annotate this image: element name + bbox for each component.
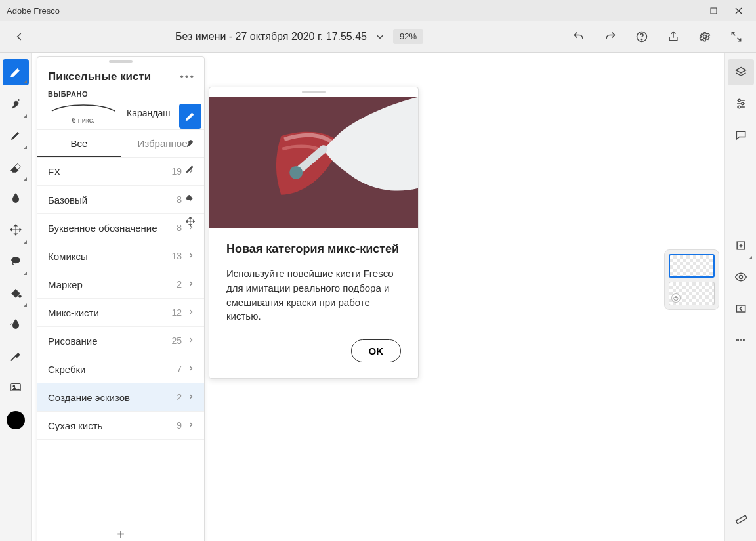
layer-thumb-2[interactable]: ◎ — [669, 282, 715, 305]
brush-category-name: Сухая кисть — [48, 420, 161, 431]
strip-eraser[interactable] — [179, 183, 201, 207]
brush-category-count: 12 — [166, 307, 182, 318]
svg-rect-26 — [736, 305, 745, 312]
brush-category-name: FX — [48, 166, 161, 177]
canvas-tool-strip — [177, 104, 203, 234]
comments-toggle[interactable] — [728, 119, 754, 151]
fullscreen-button[interactable] — [724, 25, 748, 49]
brush-category-row[interactable]: Комиксы13 — [37, 242, 204, 270]
brush-category-row[interactable]: Рисование25 — [37, 327, 204, 355]
chevron-right-icon — [187, 363, 195, 375]
add-layer-button[interactable] — [728, 230, 754, 261]
brush-category-row[interactable]: Маркер2 — [37, 270, 204, 299]
svg-point-6 — [704, 35, 707, 38]
brush-category-name: Буквенное обозначение — [48, 223, 161, 234]
app-title: Adobe Fresco — [5, 6, 60, 16]
dialog-body-text: Используйте новейшие кисти Fresco для им… — [226, 267, 401, 324]
svg-point-19 — [738, 99, 740, 101]
strip-move[interactable] — [179, 209, 201, 234]
svg-point-13 — [18, 295, 21, 298]
layer-mask-button[interactable] — [728, 293, 754, 324]
strip-pixel-brush[interactable] — [179, 104, 201, 129]
brush-panel-menu[interactable]: ••• — [180, 71, 195, 83]
svg-point-27 — [736, 339, 738, 341]
dialog-illustration — [209, 97, 418, 228]
chevron-right-icon — [187, 307, 195, 318]
brush-panel-title: Пиксельные кисти — [48, 70, 151, 83]
chevron-right-icon — [187, 278, 195, 290]
zoom-level[interactable]: 92% — [393, 29, 423, 44]
brush-category-count: 13 — [166, 251, 182, 261]
lasso-tool[interactable] — [3, 246, 29, 277]
shape-fill-tool[interactable] — [3, 309, 29, 340]
brush-category-row[interactable]: Микс-кисти12 — [37, 299, 204, 327]
fill-tool[interactable] — [3, 277, 29, 309]
window-minimize-button[interactable] — [676, 0, 701, 21]
brush-category-row[interactable]: Сухая кисть9 — [37, 412, 204, 440]
svg-point-20 — [741, 102, 743, 104]
brush-category-name: Маркер — [48, 279, 161, 290]
ruler-button[interactable] — [728, 502, 754, 533]
brush-category-count: 9 — [166, 420, 182, 431]
layers-floating-panel[interactable]: ◎ — [664, 249, 719, 310]
dialog-drag-handle[interactable] — [209, 87, 418, 97]
info-dialog: Новая категория микс-кистей Используйте … — [209, 87, 419, 379]
layer-thumb-1[interactable] — [669, 254, 715, 278]
redo-button[interactable] — [598, 25, 622, 49]
brush-category-row[interactable]: Создание эскизов2 — [37, 383, 204, 412]
eraser-tool[interactable] — [3, 151, 29, 183]
vector-brush-tool[interactable] — [3, 119, 29, 151]
color-swatch[interactable] — [3, 403, 29, 435]
help-button[interactable] — [630, 25, 654, 49]
window-close-button[interactable] — [726, 0, 751, 21]
svg-point-5 — [641, 39, 642, 39]
svg-rect-1 — [711, 8, 717, 14]
window-titlebar: Adobe Fresco — [0, 0, 756, 21]
undo-button[interactable] — [567, 25, 591, 49]
chevron-right-icon — [187, 335, 195, 347]
layer-visibility-button[interactable] — [728, 261, 754, 293]
more-options-button[interactable] — [728, 324, 754, 356]
svg-point-15 — [12, 385, 14, 387]
right-tool-rail — [724, 53, 756, 541]
image-tool[interactable] — [3, 372, 29, 403]
add-category-button[interactable]: + — [37, 521, 204, 541]
brush-category-count: 7 — [166, 364, 182, 374]
tab-all[interactable]: Все — [37, 130, 121, 157]
svg-point-9 — [18, 100, 19, 101]
move-tool[interactable] — [3, 214, 29, 246]
brush-category-count: 25 — [166, 335, 182, 346]
top-toolbar: Без имени - 27 октября 2020 г. 17.55.45 … — [0, 21, 756, 53]
svg-point-25 — [739, 276, 742, 279]
adjustments-toggle[interactable] — [728, 88, 754, 119]
brush-category-row[interactable]: Скребки7 — [37, 355, 204, 383]
selected-label: ВЫБРАНО — [48, 90, 194, 98]
layer-bg-badge-icon: ◎ — [671, 293, 681, 303]
layers-panel-toggle[interactable] — [728, 59, 754, 85]
share-button[interactable] — [662, 25, 685, 49]
brush-category-name: Базовый — [48, 194, 161, 206]
pixel-brush-tool[interactable] — [3, 59, 29, 85]
strip-live-brush[interactable] — [179, 130, 201, 155]
brush-category-name: Комиксы — [48, 251, 161, 262]
dialog-ok-button[interactable]: OK — [351, 339, 402, 362]
svg-point-12 — [11, 257, 20, 263]
panel-drag-handle[interactable] — [37, 57, 204, 66]
brush-category-name: Создание эскизов — [48, 392, 161, 403]
window-maximize-button[interactable] — [701, 0, 726, 21]
brush-category-name: Скребки — [48, 364, 161, 375]
svg-point-29 — [743, 339, 745, 341]
back-button[interactable] — [8, 25, 32, 49]
brush-category-count: 2 — [166, 392, 182, 402]
left-tool-rail — [0, 53, 32, 541]
strip-vector-brush[interactable] — [179, 156, 201, 181]
live-brush-tool[interactable] — [3, 88, 29, 119]
eyedropper-tool[interactable] — [3, 340, 29, 372]
svg-point-35 — [289, 166, 303, 179]
smudge-tool[interactable] — [3, 183, 29, 214]
svg-line-8 — [738, 37, 741, 41]
dialog-title: Новая категория микс-кистей — [226, 242, 401, 256]
svg-point-21 — [738, 106, 740, 108]
doc-title-chevron-icon[interactable] — [373, 25, 387, 49]
settings-button[interactable] — [693, 25, 717, 49]
